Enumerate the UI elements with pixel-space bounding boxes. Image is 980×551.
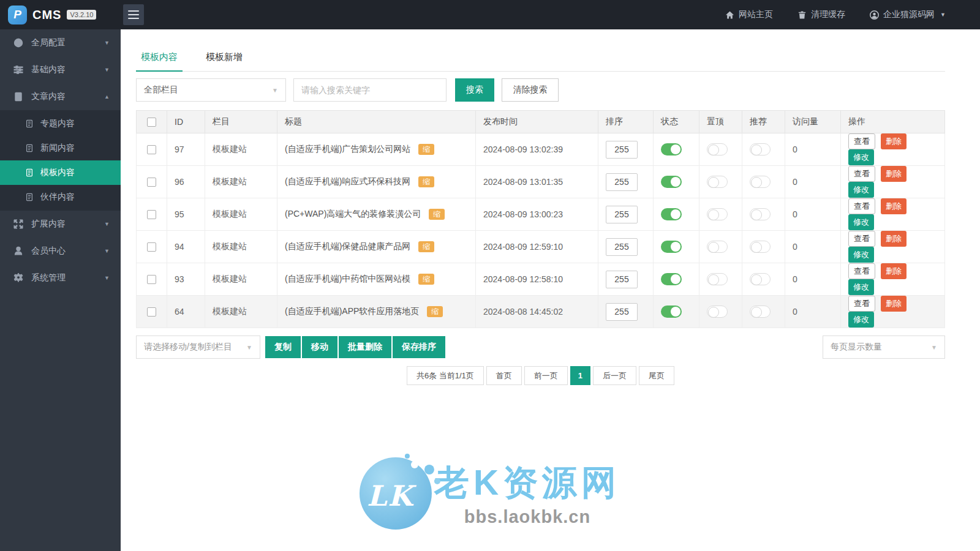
sidebar-item-topic-content[interactable]: 专题内容 xyxy=(0,111,121,136)
pagination-link[interactable]: 后一页 xyxy=(593,366,636,385)
delete-button[interactable]: 删除 xyxy=(881,166,907,182)
batch-delete-button[interactable]: 批量删除 xyxy=(339,336,391,358)
tab-template-add[interactable]: 模板新增 xyxy=(201,45,247,72)
row-checkbox[interactable] xyxy=(147,145,156,154)
batch-buttons: 复制 移动 批量删除 保存排序 xyxy=(265,336,445,358)
row-checkbox[interactable] xyxy=(147,242,156,252)
sort-input[interactable] xyxy=(606,141,638,159)
copy-button[interactable]: 复制 xyxy=(265,336,301,358)
sidebar-item-news-content[interactable]: 新闻内容 xyxy=(0,136,121,160)
edit-button[interactable]: 修改 xyxy=(848,214,874,230)
status-toggle[interactable] xyxy=(661,305,682,318)
view-button[interactable]: 查看 xyxy=(848,198,875,214)
delete-button[interactable]: 删除 xyxy=(881,296,907,312)
row-checkbox[interactable] xyxy=(147,210,156,219)
recommend-toggle[interactable] xyxy=(750,176,771,188)
view-button[interactable]: 查看 xyxy=(848,263,875,279)
chevron-down-icon: ▼ xyxy=(104,275,110,281)
sidebar-item-system-management[interactable]: 系统管理 ▼ xyxy=(0,264,121,291)
pagination-link[interactable]: 尾页 xyxy=(639,366,674,385)
nav-site-home[interactable]: 网站主页 xyxy=(725,9,773,20)
sort-input[interactable] xyxy=(606,206,638,223)
top-toggle[interactable] xyxy=(707,143,728,156)
row-checkbox[interactable] xyxy=(147,178,156,187)
recommend-toggle[interactable] xyxy=(750,273,771,285)
select-all-checkbox[interactable] xyxy=(147,118,156,127)
thumbnail-badge[interactable]: 缩 xyxy=(418,144,434,155)
view-button[interactable]: 查看 xyxy=(848,231,875,247)
status-toggle[interactable] xyxy=(661,143,682,156)
top-toggle[interactable] xyxy=(707,305,728,318)
sidebar-item-extended-content[interactable]: 扩展内容 ▼ xyxy=(0,211,121,238)
edit-button[interactable]: 修改 xyxy=(848,247,874,263)
chevron-down-icon: ▼ xyxy=(104,248,110,254)
view-button[interactable]: 查看 xyxy=(848,133,875,149)
sort-input[interactable] xyxy=(606,303,638,321)
view-button[interactable]: 查看 xyxy=(848,166,875,182)
edit-button[interactable]: 修改 xyxy=(848,182,874,198)
top-toggle[interactable] xyxy=(707,241,728,253)
row-publish-time: 2024-08-09 13:02:39 xyxy=(476,133,598,166)
move-button[interactable]: 移动 xyxy=(302,336,337,358)
row-category: 模板建站 xyxy=(205,231,277,263)
table-row: 95 模板建站 (PC+WAP)高端大气的装修装潢公司 缩 2024-08-09… xyxy=(137,198,945,231)
row-checkbox[interactable] xyxy=(147,275,156,284)
delete-button[interactable]: 删除 xyxy=(881,133,907,149)
sidebar-item-basic-content[interactable]: 基础内容 ▼ xyxy=(0,56,121,83)
status-toggle[interactable] xyxy=(661,176,682,188)
nav-account-menu[interactable]: 企业猫源码网 ▼ xyxy=(870,9,946,20)
pagination-current-page[interactable]: 1 xyxy=(570,366,590,385)
top-toggle[interactable] xyxy=(707,208,728,220)
sidebar-item-article-content[interactable]: 文章内容 ▲ xyxy=(0,83,121,110)
pagination-link[interactable]: 首页 xyxy=(486,366,522,385)
sort-input[interactable] xyxy=(606,173,638,191)
row-title: (自适应手机端)APP软件应用落地页 xyxy=(285,306,419,316)
top-toggle[interactable] xyxy=(707,273,728,285)
move-copy-select[interactable]: 请选择移动/复制到栏目 ▼ xyxy=(136,335,260,359)
sort-input[interactable] xyxy=(606,271,638,288)
search-input[interactable] xyxy=(293,78,447,102)
user-circle-icon xyxy=(870,10,879,20)
row-checkbox[interactable] xyxy=(147,307,156,317)
row-visits: 0 xyxy=(785,133,841,166)
edit-button[interactable]: 修改 xyxy=(848,149,874,165)
clear-search-button[interactable]: 清除搜索 xyxy=(502,78,559,102)
recommend-toggle[interactable] xyxy=(750,208,771,220)
recommend-toggle[interactable] xyxy=(750,143,771,156)
category-select[interactable]: 全部栏目 ▼ xyxy=(136,78,286,102)
thumbnail-badge[interactable]: 缩 xyxy=(427,306,443,317)
pagination-link[interactable]: 前一页 xyxy=(524,366,568,385)
thumbnail-badge[interactable]: 缩 xyxy=(418,241,434,252)
edit-button[interactable]: 修改 xyxy=(848,279,874,295)
row-publish-time: 2024-08-09 12:58:10 xyxy=(476,263,598,296)
sidebar-item-global-config[interactable]: 全局配置 ▼ xyxy=(0,29,121,56)
status-toggle[interactable] xyxy=(661,208,682,220)
search-button[interactable]: 搜索 xyxy=(455,78,494,102)
sort-input[interactable] xyxy=(606,238,638,256)
row-visits: 0 xyxy=(785,231,841,263)
header-category: 栏目 xyxy=(205,111,277,133)
sidebar-item-partner-content[interactable]: 伙伴内容 xyxy=(0,185,121,209)
status-toggle[interactable] xyxy=(661,273,682,285)
per-page-select[interactable]: 每页显示数量 ▼ xyxy=(823,335,945,359)
expand-icon xyxy=(13,219,23,229)
save-sort-button[interactable]: 保存排序 xyxy=(393,336,445,358)
view-button[interactable]: 查看 xyxy=(848,296,875,312)
sidebar-item-template-content[interactable]: 模板内容 xyxy=(0,160,121,185)
delete-button[interactable]: 删除 xyxy=(881,231,907,247)
delete-button[interactable]: 删除 xyxy=(881,263,907,279)
delete-button[interactable]: 删除 xyxy=(881,198,907,214)
edit-button[interactable]: 修改 xyxy=(848,312,874,328)
nav-clear-cache[interactable]: 清理缓存 xyxy=(797,9,845,20)
sidebar-item-member-center[interactable]: 会员中心 ▼ xyxy=(0,238,121,264)
recommend-toggle[interactable] xyxy=(750,305,771,318)
thumbnail-badge[interactable]: 缩 xyxy=(418,176,434,187)
thumbnail-badge[interactable]: 缩 xyxy=(418,274,434,285)
sidebar-toggle-button[interactable] xyxy=(123,4,144,25)
row-title: (自适应手机端)中药馆中医网站模 xyxy=(285,274,410,283)
tab-template-content[interactable]: 模板内容 xyxy=(136,45,183,72)
thumbnail-badge[interactable]: 缩 xyxy=(429,209,445,220)
recommend-toggle[interactable] xyxy=(750,241,771,253)
top-toggle[interactable] xyxy=(707,176,728,188)
status-toggle[interactable] xyxy=(661,241,682,253)
